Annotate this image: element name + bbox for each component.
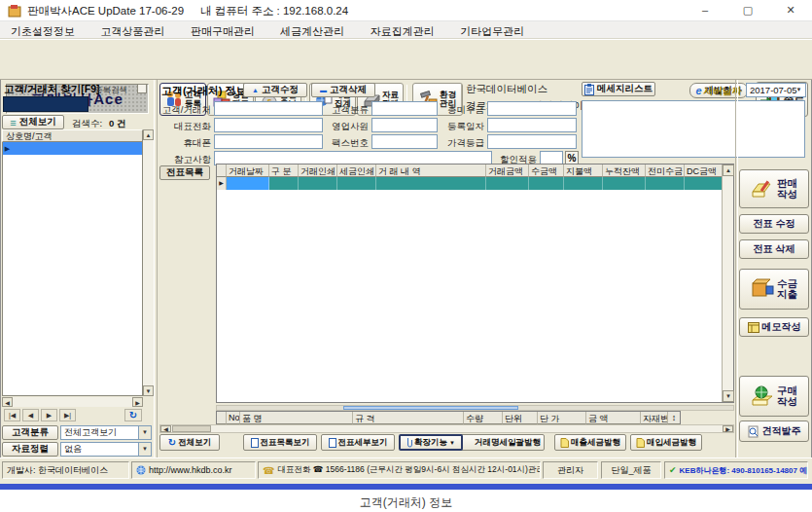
nav-prev-button[interactable]: ◀ — [22, 409, 39, 421]
menu-item-other-tasks[interactable]: 기타업무관리 — [449, 22, 535, 40]
message-list-button[interactable]: 메세지리스트 — [582, 82, 655, 96]
cell[interactable] — [685, 177, 724, 190]
sidebar-splitter[interactable] — [154, 80, 158, 457]
receivable-field[interactable] — [487, 101, 577, 116]
cell[interactable] — [337, 177, 376, 190]
customer-category-select[interactable]: 전체고객보기 ▼ — [60, 425, 152, 440]
nav-next-button[interactable]: ▶ — [41, 409, 57, 421]
voucher-list-view-button[interactable]: 전표목록보기 — [243, 434, 317, 451]
items-grid-hscrollbar[interactable]: ◀ ▶ — [159, 424, 734, 433]
col-spec[interactable]: 규 격 — [353, 412, 464, 424]
nav-last-button[interactable]: ▶| — [59, 409, 76, 421]
sidebar-view-all-button[interactable]: ≡ 전체보기 — [2, 115, 64, 129]
pricegrade-field[interactable] — [487, 134, 577, 149]
cell[interactable] — [227, 177, 269, 190]
minimize-button[interactable]: – — [684, 0, 726, 21]
duplicate-search-checkbox[interactable] — [137, 84, 147, 93]
customer-list[interactable]: ▶ — [2, 142, 143, 396]
purchase-tax-issue-button[interactable]: 매입세금발행 — [630, 434, 702, 451]
sales-tax-issue-button[interactable]: 매출세금발행 — [554, 434, 626, 451]
col-trade-print[interactable]: 거래인쇄 — [299, 165, 337, 177]
customer-field[interactable] — [214, 101, 323, 116]
menu-item-customer-product[interactable]: 고객상품관리 — [89, 22, 175, 40]
col-material[interactable]: 자재변 — [641, 412, 668, 424]
chevron-down-icon[interactable]: ▼ — [138, 443, 151, 456]
sale-create-button[interactable]: 판매작성 — [739, 169, 809, 208]
refresh-icon[interactable]: ↻ — [124, 409, 142, 421]
voucher-grid-vscrollbar[interactable]: ▲ ▼ — [722, 165, 733, 402]
menu-item-data-aggregation[interactable]: 자료집계관리 — [360, 22, 445, 40]
col-remaining[interactable]: 전미수금 — [646, 165, 685, 177]
voucher-detail-view-button[interactable]: 전표세부보기 — [321, 434, 395, 451]
cell[interactable] — [564, 177, 603, 190]
col-item-name[interactable]: 품 명 — [240, 412, 353, 424]
menu-item-sales-purchase[interactable]: 판매구매관리 — [180, 22, 265, 40]
regdate-field[interactable] — [487, 118, 577, 132]
extended-functions-button[interactable]: 확장기능 ▼ — [399, 434, 463, 451]
cell[interactable] — [486, 177, 529, 190]
server-date-select[interactable]: 2017-07-05 ▼ — [746, 83, 806, 97]
voucher-grid[interactable]: 거래날짜 구 분 거래인쇄 세금인쇄 거 래 내 역 거래금액 수금액 지불액 … — [216, 164, 734, 403]
col-amount[interactable]: 금 액 — [586, 412, 641, 424]
scroll-thumb[interactable] — [343, 406, 518, 410]
cell[interactable] — [603, 177, 646, 190]
chevron-down-icon[interactable]: ▼ — [793, 84, 805, 96]
customer-category-button[interactable]: 고객분류 — [2, 425, 58, 440]
voucher-grid-selected-row[interactable]: ▶ — [217, 177, 733, 190]
voucher-delete-button[interactable]: 전표 삭제 — [739, 239, 809, 259]
menu-item-tax[interactable]: 세금계산관리 — [269, 22, 355, 40]
voucher-edit-button[interactable]: 전표 수정 — [739, 214, 809, 234]
fax-field[interactable] — [371, 134, 438, 149]
col-collected[interactable]: 수금액 — [529, 165, 564, 177]
col-type[interactable]: 구 분 — [269, 165, 299, 177]
mobile-field[interactable] — [214, 134, 323, 149]
col-dc-amount[interactable]: DC금액 — [685, 165, 724, 177]
customer-list-selected-row[interactable]: ▶ — [3, 142, 142, 155]
scroll-left-icon[interactable]: ◀ — [2, 397, 13, 407]
customer-delete-button[interactable]: ▬ 고객삭제 — [311, 83, 375, 97]
col-unit-price[interactable]: 단 가 — [538, 412, 586, 424]
quote-order-button[interactable]: 견적발주 — [739, 421, 809, 442]
statement-batch-issue-button[interactable]: 거래명세일괄발행 — [455, 434, 545, 451]
scroll-up-icon[interactable]: ▲ — [723, 165, 734, 176]
purchase-create-button[interactable]: 구매작성 — [739, 376, 809, 417]
cash-inout-button[interactable]: 수금지출 — [739, 269, 809, 310]
col-trade-date[interactable]: 거래날짜 — [227, 165, 269, 177]
scroll-up-icon[interactable]: ▲ — [143, 129, 154, 140]
col-qty[interactable]: 수량 — [464, 412, 503, 424]
sort-updown-icon[interactable]: ↕ — [668, 412, 680, 424]
col-tax-print[interactable]: 세금인쇄 — [337, 165, 376, 177]
customer-list-vscrollbar[interactable]: ▲ ▼ — [143, 129, 154, 396]
cell[interactable] — [376, 177, 486, 190]
view-all-button[interactable]: ↻ 전체보기 — [159, 434, 220, 451]
cell[interactable] — [646, 177, 685, 190]
sort-select[interactable]: 없음 ▼ — [60, 442, 152, 457]
status-url[interactable]: http://www.hkdb.co.kr — [131, 461, 256, 479]
cell[interactable] — [529, 177, 564, 190]
customer-list-hscrollbar[interactable]: ◀ ▶ — [2, 397, 143, 407]
scroll-right-icon[interactable]: ▶ — [132, 397, 143, 407]
close-button[interactable]: ✕ — [769, 0, 812, 21]
nav-first-button[interactable]: |◀ — [4, 409, 20, 421]
scroll-down-icon[interactable]: ▼ — [723, 390, 734, 402]
scroll-left-icon[interactable]: ◀ — [160, 425, 171, 432]
sort-button[interactable]: 자료정렬 — [2, 442, 58, 457]
scroll-thumb[interactable] — [172, 425, 211, 432]
cell[interactable] — [269, 177, 299, 190]
phone-field[interactable] — [214, 118, 323, 132]
message-list-box[interactable] — [582, 100, 805, 158]
chevron-down-icon[interactable]: ▼ — [138, 426, 151, 439]
col-trade-amount[interactable]: 거래금액 — [486, 165, 529, 177]
cell[interactable] — [299, 177, 337, 190]
salesrep-field[interactable] — [371, 118, 438, 132]
customer-list-header[interactable]: 상호명/고객 — [2, 129, 143, 142]
memo-create-button[interactable]: 메모작성 — [739, 317, 809, 337]
customer-edit-button[interactable]: ▲ 고객수정 — [243, 83, 307, 97]
col-running-balance[interactable]: 누적잔액 — [603, 165, 646, 177]
maximize-button[interactable]: ▢ — [726, 0, 769, 21]
menu-item-basic-settings[interactable]: 기초설정정보 — [0, 22, 86, 40]
col-no[interactable]: No — [227, 412, 240, 424]
col-paid[interactable]: 지불액 — [564, 165, 603, 177]
col-unit[interactable]: 단위 — [503, 412, 538, 424]
scroll-down-icon[interactable]: ▼ — [143, 385, 154, 396]
